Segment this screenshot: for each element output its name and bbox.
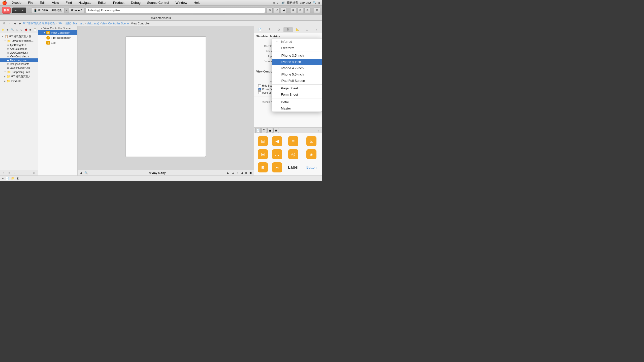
nav-search-icon[interactable]: 🔍: [10, 27, 14, 32]
obj-split-vc[interactable]: ⊡: [303, 135, 320, 147]
inspector-toggle[interactable]: ⊞: [314, 8, 320, 13]
nav-tests[interactable]: ▶ 📁 007游戏首页图片屏幕适配Tests: [0, 74, 38, 79]
nav-appdelegate-h[interactable]: H AppDelegate.h: [0, 43, 38, 47]
canvas-grid-icon[interactable]: ≡: [245, 171, 247, 174]
canvas-fit-btn[interactable]: ⊡: [80, 171, 82, 174]
menu-product[interactable]: Product: [112, 0, 126, 5]
breadcrumb-item-2[interactable]: 007…适配: [58, 21, 71, 25]
nav-main-storyboard[interactable]: ◼ Main.storyboard: [0, 58, 38, 62]
obj-lib-arrow-up[interactable]: ↑: [315, 128, 321, 133]
obj-lib-tab-circle[interactable]: ◉: [267, 128, 273, 133]
obj-grid-vc[interactable]: ⊞: [256, 161, 270, 173]
obj-table-vc[interactable]: ≡: [285, 135, 302, 147]
obj-lib-tab-grid[interactable]: ⊞: [273, 128, 279, 133]
dropdown-pagesheet[interactable]: Page Sheet: [272, 85, 322, 91]
obj-lib-tab-file[interactable]: 📄: [255, 128, 261, 133]
device-canvas[interactable]: [125, 36, 206, 157]
obj-tab-vc[interactable]: …: [271, 148, 284, 160]
obj-page-vc[interactable]: ⊟: [256, 148, 270, 160]
scene-exit[interactable]: E Exit: [38, 40, 77, 45]
breadcrumb-back[interactable]: ◀: [13, 21, 17, 26]
inspector-tab-quickhelp[interactable]: ?: [265, 27, 274, 32]
assistant-toggle[interactable]: ⇄: [281, 8, 287, 13]
dropdown-iphone4[interactable]: iPhone 4-inch: [272, 59, 322, 65]
add-file-btn[interactable]: +: [2, 171, 6, 175]
obj-lib-tab-braces[interactable]: { }: [261, 128, 267, 133]
breadcrumb-item-5[interactable]: View Controller Scene: [101, 22, 129, 25]
canvas-area[interactable]: ⊡ 🔍 w Any h Any ⊟ ⊞ ↕ ⊡ ≡ ◉: [78, 26, 254, 175]
canvas-icon-1[interactable]: ⊟: [227, 171, 229, 174]
bottom-folder-icon[interactable]: 📁: [11, 177, 15, 180]
dropdown-formsheet[interactable]: Form Sheet: [272, 91, 322, 98]
nav-test-icon[interactable]: ◇: [19, 27, 23, 32]
layout-2[interactable]: ⊟: [304, 8, 310, 13]
resize-view-nib-checkbox[interactable]: ✓: [258, 88, 261, 91]
apple-menu[interactable]: 🍎: [2, 0, 7, 5]
nav-recent-btn[interactable]: ◎: [32, 171, 37, 175]
inspector-tab-identity[interactable]: ⬡: [274, 27, 283, 32]
plus-icon[interactable]: +: [269, 1, 271, 4]
obj-view-controller[interactable]: ⊞: [256, 135, 270, 147]
menu-window[interactable]: Window: [174, 0, 189, 5]
nav-sort-btn[interactable]: ↓: [13, 171, 17, 175]
dropdown-iphone55[interactable]: iPhone 5.5-inch: [272, 71, 322, 78]
dropdown-detail[interactable]: Detail: [272, 99, 322, 105]
nav-group-main[interactable]: ▼ 📁 007游戏首页图片屏幕适配: [0, 39, 38, 43]
nav-appdelegate-m[interactable]: M AppDelegate.m: [0, 47, 38, 51]
obj-nav-controller[interactable]: ◀: [271, 135, 284, 147]
inspector-tab-file[interactable]: 📄: [255, 27, 264, 32]
inspector-tab-size[interactable]: 📐: [293, 27, 302, 32]
nav-viewcontroller-m[interactable]: M ViewController.m: [0, 55, 38, 58]
menu-help[interactable]: Help: [192, 0, 202, 5]
breadcrumb-item-4[interactable]: Mai…ase): [86, 22, 99, 25]
nav-products[interactable]: ▶ 📁 Products: [0, 79, 38, 83]
obj-label[interactable]: Label: [285, 161, 302, 173]
nav-symbol-icon[interactable]: ◈: [6, 27, 10, 32]
nav-warning-icon[interactable]: ⚠: [15, 27, 19, 32]
menu-view[interactable]: View: [50, 0, 60, 5]
nav-filter-btn[interactable]: ≡: [7, 171, 12, 175]
nav-images[interactable]: 🖼 Images.xcassets: [0, 62, 38, 66]
menu-source-control[interactable]: Source Control: [146, 0, 171, 5]
menu-icon[interactable]: ≡: [318, 1, 320, 4]
menu-navigate[interactable]: Navigate: [77, 0, 93, 5]
obj-glkit-vc[interactable]: ◈: [303, 148, 320, 160]
inspector-tab-attributes[interactable]: 🎚: [283, 27, 293, 32]
nav-project-icon[interactable]: 📁: [1, 27, 5, 32]
debug-toggle[interactable]: ↺: [274, 8, 280, 13]
obj-collection-vc[interactable]: ◎: [285, 148, 302, 160]
menu-xcode[interactable]: Xcode: [11, 0, 23, 5]
bottom-file-icon[interactable]: 📄: [6, 177, 9, 180]
canvas-icon-2[interactable]: ⊞: [232, 171, 234, 174]
nav-viewcontroller-h[interactable]: H ViewController.h: [0, 51, 38, 55]
obj-button[interactable]: Button: [303, 161, 320, 173]
canvas-zoom-out[interactable]: ◉: [249, 171, 252, 174]
nav-breakpoint-icon[interactable]: ◉: [28, 27, 33, 32]
scheme-selector[interactable]: 📱 007游戏…屏幕适配: [31, 8, 65, 13]
stop-button[interactable]: ■: [19, 8, 26, 13]
breadcrumb-forward[interactable]: ▶: [18, 21, 22, 26]
nav-launchscreen[interactable]: ◼ LaunchScreen.xib: [0, 66, 38, 70]
nav-supporting[interactable]: ▼ 📁 Supporting Files: [0, 70, 38, 74]
menu-editor[interactable]: Editor: [96, 0, 108, 5]
dropdown-ipad[interactable]: iPad Full Screen: [272, 78, 322, 84]
run-button[interactable]: ▶: [12, 8, 19, 13]
bottom-plus-btn[interactable]: +: [2, 177, 4, 180]
layout-1[interactable]: ⊡: [297, 8, 303, 13]
hierarchy-btn[interactable]: ≡: [7, 21, 12, 26]
menu-find[interactable]: Find: [64, 0, 73, 5]
breadcrumb-item-1[interactable]: 007游戏首页图片屏幕适配: [23, 21, 55, 25]
search-icon[interactable]: 🔍: [313, 1, 316, 4]
canvas-icon-4[interactable]: ⊡: [241, 171, 243, 174]
dropdown-iphone35[interactable]: iPhone 3.5-inch: [272, 52, 322, 59]
standard-editor[interactable]: ⊞: [290, 8, 296, 13]
obj-media-vc[interactable]: ⏮: [271, 161, 284, 173]
breadcrumb-item-3[interactable]: Mai…ard: [73, 22, 84, 25]
inspector-tab-connections[interactable]: ⬡: [302, 27, 311, 32]
nav-report-icon[interactable]: 📋: [33, 27, 37, 32]
scene-vc[interactable]: ▼ ⊞ View Controller: [38, 30, 77, 35]
dropdown-freeform[interactable]: Freeform: [272, 45, 322, 51]
device-selector[interactable]: iPhone 6: [69, 8, 84, 13]
nav-project[interactable]: ▼ 📋 007游戏首页图片屏幕适配: [0, 34, 38, 39]
menu-debug[interactable]: Debug: [130, 0, 142, 5]
